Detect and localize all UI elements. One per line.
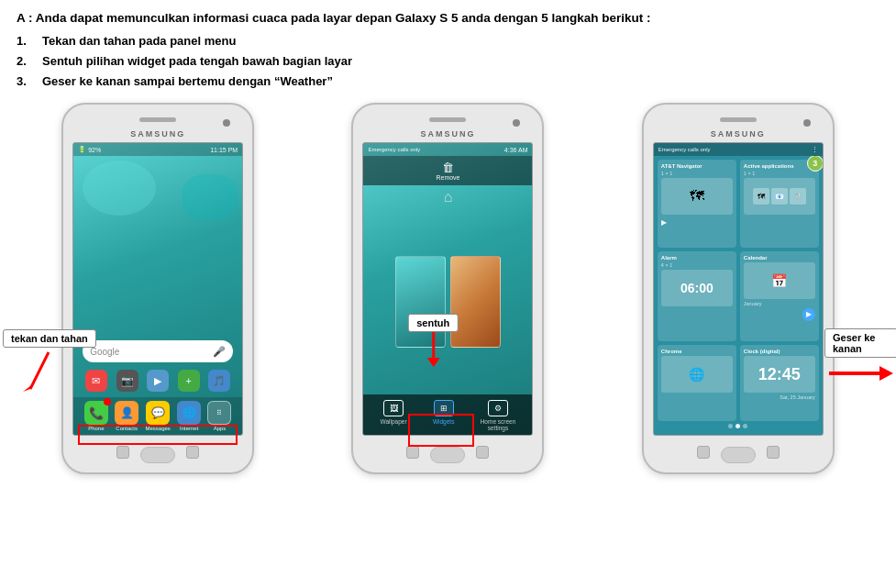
- widget-chrome: Chrome 🌐: [658, 345, 736, 421]
- clock-label: Clock (digital): [744, 349, 815, 354]
- red-outline-1: [78, 425, 238, 445]
- widget-att: AT&T Navigator 1 × 1 🗺 ▶: [658, 160, 736, 248]
- speaker-icon: [139, 117, 176, 122]
- svg-marker-5: [879, 366, 893, 381]
- time-2: 4:36 AM: [504, 147, 528, 153]
- wallpaper-icon: 🖼: [383, 400, 404, 416]
- status-right-1: 11:15 PM: [210, 147, 238, 153]
- internet-dock-icon: 🌐: [177, 401, 201, 425]
- right-side-btn[interactable]: [186, 446, 199, 459]
- left-side-btn[interactable]: [116, 446, 129, 459]
- s3-emergency: Emergency calls only: [658, 147, 711, 152]
- homescreen-tab[interactable]: ⚙ Home screensettings: [481, 400, 516, 431]
- calendar-btn[interactable]: ▶: [802, 308, 815, 321]
- title-line: A : Anda dapat memunculkan informasi cua…: [17, 11, 879, 25]
- clock-date: Sat, 25 January: [744, 394, 815, 400]
- status-bar-2: Emergency calls only 4:36 AM: [363, 143, 532, 156]
- screen1-bg: 🔋92% 11:15 PM Google 🎤: [73, 143, 242, 435]
- app-thumb-1: 🗺: [753, 188, 769, 205]
- alarm-label: Alarm: [661, 255, 733, 261]
- active-sub: 1 × 1: [744, 171, 815, 176]
- widget-grid: AT&T Navigator 1 × 1 🗺 ▶: [658, 160, 819, 421]
- left-side-btn-2[interactable]: [406, 446, 419, 459]
- calendar-label: Calendar: [744, 255, 815, 261]
- active-content: 🗺 📧 🍴: [744, 178, 815, 215]
- active-label: Active applications: [744, 163, 815, 169]
- calendar-content: 📅: [744, 262, 815, 299]
- geser-arrow: [824, 360, 896, 387]
- right-side-btn-3[interactable]: [767, 446, 780, 459]
- home-btn-2[interactable]: [430, 447, 465, 463]
- phone-3-shell: SAMSUNG Emergency calls only ⋮ AT&T Navi: [642, 103, 835, 474]
- clock-time: 12:45: [758, 365, 801, 384]
- app-icons-row: ✉ 📷 ▶ + 🎵: [73, 370, 242, 392]
- alarm-time: 06:00: [680, 281, 713, 295]
- screen2-bg: Emergency calls only 4:36 AM 🗑 Remove ⌂: [363, 143, 532, 435]
- phone-2-top-bar: [360, 117, 535, 125]
- phone-3-btn-area: [697, 440, 780, 463]
- speaker-3-icon: [720, 117, 757, 122]
- home-icon-area: ⌂: [363, 185, 532, 209]
- alarm-sub: 4 × 1: [661, 262, 733, 268]
- app-icon-5: 🎵: [208, 370, 230, 392]
- phone-3-top-bar: [651, 117, 825, 125]
- phone-3-wrapper: SAMSUNG Emergency calls only ⋮ AT&T Navi: [597, 103, 879, 474]
- status-left-1: 🔋92%: [78, 146, 101, 153]
- clock-content: 12:45: [744, 356, 815, 393]
- step-3: 3. Geser ke kanan sampai bertemu dengan …: [17, 74, 879, 88]
- remove-bar: 🗑 Remove: [363, 156, 532, 185]
- app-icon-3: ▶: [147, 370, 169, 392]
- home-icon: ⌂: [444, 189, 453, 205]
- google-bar[interactable]: Google 🎤: [83, 340, 233, 362]
- calendar-nav: ▶: [744, 308, 815, 321]
- phone-1-brand: SAMSUNG: [130, 129, 185, 139]
- homescreen-icon: ⚙: [488, 400, 508, 416]
- step-2-num: 2.: [17, 54, 42, 68]
- phone-1-wrapper: SAMSUNG 🔋92% 11:15 PM: [17, 103, 299, 474]
- att-nav-row: ▶: [661, 218, 733, 227]
- red-outline-2: [408, 414, 474, 447]
- geser-callout-wrap: Geser kekanan: [824, 328, 896, 387]
- right-side-btn-2[interactable]: [476, 446, 489, 459]
- sentuh-arrow: [419, 332, 447, 369]
- widget-alarm: Alarm 4 × 1 06:00: [658, 251, 736, 342]
- contacts-dock-icon: 👤: [115, 401, 138, 425]
- widget-clock: Clock (digital) 12:45 Sat, 25 January: [740, 345, 819, 421]
- dot-3: [743, 424, 747, 428]
- wallpaper-tab[interactable]: 🖼 Wallpaper: [381, 400, 407, 431]
- step-1: 1. Tekan dan tahan pada panel menu: [17, 34, 879, 48]
- phone-1-top-bar: [71, 117, 245, 125]
- geser-callout: Geser kekanan: [824, 328, 896, 358]
- mic-icon: 🎤: [213, 346, 226, 358]
- step-3-num: 3.: [17, 74, 42, 88]
- green-badge: 3: [807, 156, 823, 172]
- step-2-text: Sentuh pilihan widget pada tengah bawah …: [42, 54, 352, 68]
- home-btn-1[interactable]: [140, 447, 175, 463]
- wallpaper-label: Wallpaper: [381, 418, 407, 425]
- dot-1: [728, 424, 733, 428]
- phone-2-wrapper: SAMSUNG Emergency calls only 4:36 AM 🗑 R…: [306, 103, 589, 474]
- messages-dock-icon: 💬: [146, 401, 170, 425]
- chrome-content: 🌐: [661, 356, 733, 393]
- s3-status-right: ⋮: [812, 146, 818, 153]
- emergency-text: Emergency calls only: [368, 147, 420, 152]
- dots-indicator: [658, 421, 819, 431]
- camera-2-icon: [513, 119, 520, 127]
- app-thumb-2: 📧: [771, 188, 788, 205]
- homescreen-label: Home screensettings: [481, 418, 516, 431]
- svg-marker-3: [426, 358, 439, 367]
- camera-icon: [223, 119, 230, 127]
- tekan-callout: tekan dan tahan: [3, 329, 96, 348]
- widget-calendar: Calendar 📅 January ▶: [740, 251, 819, 342]
- home-btn-3[interactable]: [721, 447, 756, 463]
- att-content: 🗺: [661, 178, 733, 215]
- phone-2-brand: SAMSUNG: [420, 129, 475, 139]
- step-3-text: Geser ke kanan sampai bertemu dengan “We…: [42, 74, 333, 88]
- left-side-btn-3[interactable]: [697, 446, 710, 459]
- att-sub: 1 × 1: [661, 171, 733, 176]
- alarm-content: 06:00: [661, 270, 733, 306]
- s3-content: AT&T Navigator 1 × 1 🗺 ▶: [654, 156, 823, 435]
- app-icon-2: 📷: [116, 370, 138, 392]
- sentuh-callout-wrap: sentuh: [408, 314, 458, 369]
- phone-1-shell: SAMSUNG 🔋92% 11:15 PM: [61, 103, 254, 474]
